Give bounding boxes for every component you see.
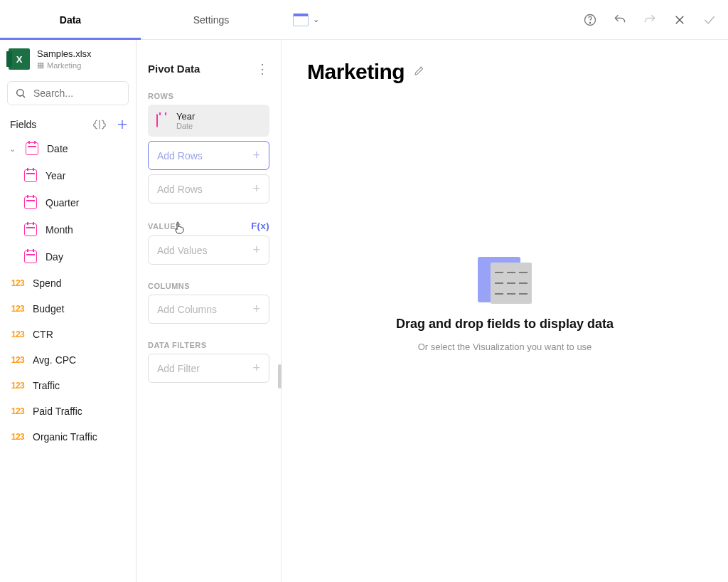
chevron-down-icon: ⌄ [313, 15, 319, 24]
table-viz-icon [293, 14, 309, 26]
svg-line-1 [23, 95, 25, 97]
table-icon: ▦ [37, 60, 44, 70]
field-label: Avg. CPC [33, 354, 76, 366]
plus-icon: + [252, 243, 260, 258]
calendar-icon [26, 142, 38, 155]
tab-data[interactable]: Data [0, 0, 141, 39]
field-label: Paid Traffic [33, 406, 82, 417]
sheet-name: Marketing [47, 61, 81, 70]
field-label: Quarter [46, 197, 79, 208]
field-label: Budget [33, 303, 64, 314]
search-input-wrap[interactable] [7, 81, 129, 105]
field-quarter[interactable]: Quarter [0, 189, 136, 216]
plus-icon: + [252, 361, 260, 376]
field-label: Day [46, 251, 63, 263]
fx-button[interactable]: F(x) [251, 221, 269, 231]
field-label: Organic Traffic [33, 431, 97, 443]
chip-sub: Date [176, 122, 195, 130]
add-filter-zone[interactable]: Add Filter + [148, 354, 269, 383]
excel-icon: X [9, 48, 30, 70]
columns-label: COLUMNS [148, 282, 269, 290]
field-avg-cpc[interactable]: 123 Avg. CPC [0, 347, 136, 373]
number-icon: 123 [11, 355, 25, 365]
page-title: Marketing [307, 60, 405, 84]
kebab-menu-icon[interactable]: ⋮ [256, 61, 269, 77]
rows-label: ROWS [148, 92, 269, 100]
placeholder-illustration [478, 257, 532, 307]
field-label: Month [46, 224, 73, 236]
filters-label: DATA FILTERS [148, 341, 269, 349]
pivot-title: Pivot Data [148, 63, 269, 75]
undo-icon[interactable] [613, 13, 627, 27]
number-icon: 123 [11, 406, 25, 416]
ai-icon[interactable] [93, 118, 106, 131]
number-icon: 123 [11, 278, 25, 288]
tab-settings[interactable]: Settings [141, 0, 282, 39]
add-columns-zone[interactable]: Add Columns + [148, 295, 269, 324]
field-day[interactable]: Day [0, 243, 136, 270]
field-label: Spend [33, 277, 61, 289]
chip-name: Year [176, 111, 195, 122]
edit-title-icon[interactable] [413, 64, 426, 80]
number-icon: 123 [11, 304, 25, 314]
calendar-icon [24, 169, 37, 182]
file-name: Samples.xlsx [37, 48, 92, 59]
field-traffic[interactable]: 123 Traffic [0, 373, 136, 398]
fields-label: Fields [10, 119, 36, 130]
add-rows-label: Add Rows [157, 184, 203, 195]
add-values-zone[interactable]: Add Values + [148, 236, 269, 265]
fields-list: ⌄ Date Year Quarter Month [0, 135, 136, 582]
row-chip-year[interactable]: Year Date [148, 105, 269, 137]
plus-icon: + [252, 302, 260, 317]
add-field-icon[interactable] [116, 118, 129, 131]
field-month[interactable]: Month [0, 216, 136, 243]
placeholder-subtitle: Or select the Visualization you want to … [418, 342, 592, 352]
svg-point-0 [17, 90, 23, 96]
panel-tabs: Data Settings [0, 0, 282, 40]
add-rows-zone[interactable]: Add Rows + [148, 174, 269, 203]
calendar-icon [24, 223, 37, 236]
values-label: VALUES [148, 222, 181, 231]
field-label: Year [46, 170, 65, 181]
add-rows-zone-active[interactable]: Add Rows + [148, 141, 269, 170]
plus-icon: + [252, 148, 260, 163]
field-label: Date [47, 143, 68, 154]
close-icon[interactable] [673, 13, 687, 27]
empty-canvas[interactable]: Drag and drop fields to display data Or … [282, 84, 728, 582]
field-label: Traffic [33, 380, 60, 391]
number-icon: 123 [11, 381, 25, 391]
field-label: CTR [33, 329, 53, 340]
datasource-header: X Samples.xlsx ▦ Marketing [0, 40, 136, 75]
add-values-label: Add Values [157, 245, 208, 256]
search-icon [15, 88, 26, 99]
number-icon: 123 [11, 432, 25, 442]
help-icon[interactable] [583, 13, 597, 27]
calendar-icon [156, 114, 158, 127]
chevron-down-icon: ⌄ [7, 144, 17, 154]
placeholder-title: Drag and drop fields to display data [396, 317, 614, 332]
field-organic-traffic[interactable]: 123 Organic Traffic [0, 424, 136, 450]
calendar-icon [24, 196, 37, 209]
field-group-date[interactable]: ⌄ Date [0, 135, 136, 162]
add-rows-label: Add Rows [157, 150, 203, 162]
add-columns-label: Add Columns [157, 304, 217, 315]
field-spend[interactable]: 123 Spend [0, 270, 136, 296]
field-ctr[interactable]: 123 CTR [0, 322, 136, 347]
visualization-switcher[interactable]: ⌄ [293, 14, 319, 26]
field-year[interactable]: Year [0, 162, 136, 189]
field-budget[interactable]: 123 Budget [0, 296, 136, 322]
confirm-icon[interactable] [702, 13, 717, 27]
add-filter-label: Add Filter [157, 363, 200, 374]
svg-point-5 [589, 22, 590, 23]
field-paid-traffic[interactable]: 123 Paid Traffic [0, 398, 136, 424]
plus-icon: + [252, 181, 260, 196]
number-icon: 123 [11, 329, 25, 339]
calendar-icon [24, 250, 37, 263]
redo-icon[interactable] [643, 13, 657, 27]
